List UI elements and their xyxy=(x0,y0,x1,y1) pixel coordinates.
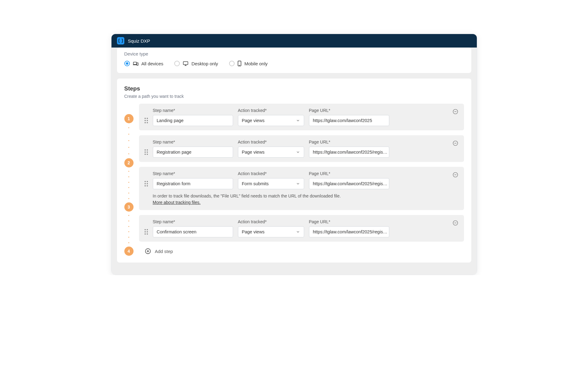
action-tracked-select[interactable]: Page views xyxy=(238,147,304,158)
step-name-input[interactable] xyxy=(153,226,233,237)
chevron-down-icon xyxy=(296,150,300,154)
step-row: Step name* Action tracked* Page views xyxy=(139,104,464,130)
hint-text: In order to track file downloads, the "F… xyxy=(153,194,341,198)
action-tracked-label: Action tracked* xyxy=(238,140,304,144)
step-name-label: Step name* xyxy=(153,171,233,176)
desktop-icon xyxy=(183,61,188,66)
step-badge-3: 3 xyxy=(124,202,134,212)
mobile-icon xyxy=(238,61,241,66)
minus-circle-icon xyxy=(452,220,458,226)
hint-link[interactable]: More about tracking files. xyxy=(153,200,201,205)
app-title: Squiz DXP xyxy=(128,38,150,44)
titlebar: Squiz DXP xyxy=(111,34,477,48)
chevron-down-icon xyxy=(296,118,300,123)
step-connector xyxy=(128,167,129,202)
radio-label: Desktop only xyxy=(191,61,218,66)
radio-icon xyxy=(124,61,130,66)
step-name-label: Step name* xyxy=(153,140,233,144)
step-badge-1: 1 xyxy=(124,114,134,123)
radio-label: Mobile only xyxy=(244,61,268,66)
action-tracked-select[interactable]: Form submits xyxy=(238,178,304,189)
remove-step-button[interactable] xyxy=(452,219,458,227)
chevron-down-icon xyxy=(296,182,300,186)
page-url-label: Page URL* xyxy=(309,108,389,113)
radio-icon xyxy=(174,61,180,66)
page-url-input[interactable]: https://tglaw.com/lawconf2025 xyxy=(309,115,389,126)
app-logo-icon xyxy=(117,37,124,44)
drag-handle-icon[interactable] xyxy=(145,108,148,123)
radio-mobile-only[interactable]: Mobile only xyxy=(229,61,268,66)
steps-layout: 1 2 3 4 xyxy=(124,104,464,256)
radio-all-devices[interactable]: All devices xyxy=(124,61,164,66)
step-name-label: Step name* xyxy=(153,219,233,224)
step-row: Step name* Action tracked* Form submits xyxy=(139,167,464,210)
page-url-label: Page URL* xyxy=(309,219,389,224)
chevron-down-icon xyxy=(296,230,300,234)
svg-rect-1 xyxy=(137,63,138,65)
device-type-radios: All devices Desktop only Mobile only xyxy=(124,61,464,66)
svg-rect-0 xyxy=(133,62,137,65)
minus-circle-icon xyxy=(452,140,458,146)
devices-icon xyxy=(133,61,138,66)
page-url-input[interactable]: https://tglaw.com/lawconf2025/regis… xyxy=(309,147,389,158)
steps-title: Steps xyxy=(124,82,464,92)
step-connector xyxy=(128,123,129,158)
steps-card: Steps Create a path you want to track 1 … xyxy=(117,79,471,263)
drag-handle-icon[interactable] xyxy=(145,219,148,235)
action-tracked-label: Action tracked* xyxy=(238,108,304,113)
page-url-label: Page URL* xyxy=(309,140,389,144)
drag-handle-icon[interactable] xyxy=(145,171,148,186)
select-value: Form submits xyxy=(242,181,269,186)
steps-subtitle: Create a path you want to track xyxy=(124,94,464,99)
page-url-label: Page URL* xyxy=(309,171,389,176)
step-hint: In order to track file downloads, the "F… xyxy=(153,193,447,206)
step-name-input[interactable] xyxy=(153,178,233,189)
steps-list: Step name* Action tracked* Page views xyxy=(139,104,464,256)
step-badge-2: 2 xyxy=(124,158,134,167)
add-step-label: Add step xyxy=(155,249,173,254)
remove-step-button[interactable] xyxy=(452,108,458,116)
page-url-input[interactable]: https://tglaw.com/lawconf2025/regis… xyxy=(309,178,389,189)
device-type-card: Device type All devices Desktop only xyxy=(117,48,471,73)
add-step-button[interactable]: Add step xyxy=(139,247,464,256)
select-value: Page views xyxy=(242,118,265,123)
step-name-label: Step name* xyxy=(153,108,233,113)
select-value: Page views xyxy=(242,150,265,155)
radio-icon xyxy=(229,61,235,66)
plus-circle-icon xyxy=(145,248,151,255)
action-tracked-label: Action tracked* xyxy=(238,171,304,176)
step-badge-4: 4 xyxy=(124,247,134,256)
device-type-label: Device type xyxy=(124,51,464,56)
select-value: Page views xyxy=(242,229,265,234)
content-area: Device type All devices Desktop only xyxy=(111,48,477,275)
step-name-input[interactable] xyxy=(153,147,233,158)
app-window: Squiz DXP Device type All devices Deskto… xyxy=(111,34,477,275)
action-tracked-select[interactable]: Page views xyxy=(238,115,304,126)
minus-circle-icon xyxy=(452,109,458,115)
minus-circle-icon xyxy=(452,172,458,178)
step-row: Step name* Action tracked* Page views xyxy=(139,135,464,162)
step-name-input[interactable] xyxy=(153,115,233,126)
action-tracked-label: Action tracked* xyxy=(238,219,304,224)
svg-point-4 xyxy=(239,65,240,65)
drag-handle-icon[interactable] xyxy=(145,140,148,155)
action-tracked-select[interactable]: Page views xyxy=(238,226,304,237)
step-row: Step name* Action tracked* Page views xyxy=(139,215,464,242)
step-connector xyxy=(128,212,129,247)
radio-label: All devices xyxy=(141,61,164,66)
page-url-input[interactable]: https://tglaw.com/lawconf2025/regis… xyxy=(309,226,389,237)
remove-step-button[interactable] xyxy=(452,140,458,148)
remove-step-button[interactable] xyxy=(452,171,458,179)
radio-desktop-only[interactable]: Desktop only xyxy=(174,61,218,66)
step-number-column: 1 2 3 4 xyxy=(124,104,134,256)
svg-rect-2 xyxy=(183,62,188,65)
